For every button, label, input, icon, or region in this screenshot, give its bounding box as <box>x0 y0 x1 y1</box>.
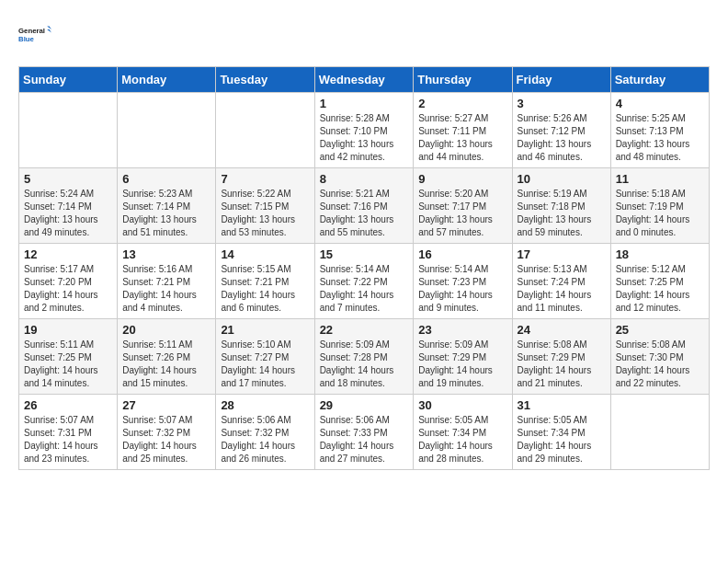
day-number: 7 <box>221 172 309 186</box>
calendar-table: SundayMondayTuesdayWednesdayThursdayFrid… <box>18 66 710 470</box>
calendar-cell: 6Sunrise: 5:23 AM Sunset: 7:14 PM Daylig… <box>118 168 216 244</box>
day-info: Sunrise: 5:16 AM Sunset: 7:21 PM Dayligh… <box>122 263 210 315</box>
day-number: 26 <box>24 398 112 412</box>
day-info: Sunrise: 5:23 AM Sunset: 7:14 PM Dayligh… <box>122 188 210 239</box>
day-info: Sunrise: 5:11 AM Sunset: 7:25 PM Dayligh… <box>24 339 112 390</box>
calendar-cell: 29Sunrise: 5:06 AM Sunset: 7:33 PM Dayli… <box>314 395 414 470</box>
day-number: 8 <box>320 172 409 186</box>
day-number: 5 <box>24 172 112 186</box>
day-number: 3 <box>518 97 606 110</box>
calendar-cell: 25Sunrise: 5:08 AM Sunset: 7:30 PM Dayli… <box>610 319 709 395</box>
weekday-header-friday: Friday <box>512 67 610 93</box>
calendar-cell: 4Sunrise: 5:25 AM Sunset: 7:13 PM Daylig… <box>610 93 709 168</box>
day-number: 21 <box>221 323 309 337</box>
day-number: 12 <box>24 247 112 261</box>
calendar-cell: 22Sunrise: 5:09 AM Sunset: 7:28 PM Dayli… <box>314 319 414 395</box>
day-number: 10 <box>518 172 606 186</box>
day-number: 28 <box>221 398 309 412</box>
day-info: Sunrise: 5:22 AM Sunset: 7:15 PM Dayligh… <box>221 188 309 239</box>
day-info: Sunrise: 5:17 AM Sunset: 7:20 PM Dayligh… <box>24 263 112 315</box>
calendar-cell: 7Sunrise: 5:22 AM Sunset: 7:15 PM Daylig… <box>216 168 314 244</box>
calendar-cell: 3Sunrise: 5:26 AM Sunset: 7:12 PM Daylig… <box>512 93 610 168</box>
day-number: 9 <box>418 172 506 186</box>
calendar-week-2: 5Sunrise: 5:24 AM Sunset: 7:14 PM Daylig… <box>19 168 710 244</box>
calendar-cell: 10Sunrise: 5:19 AM Sunset: 7:18 PM Dayli… <box>512 168 610 244</box>
calendar-cell <box>216 93 314 168</box>
day-info: Sunrise: 5:11 AM Sunset: 7:26 PM Dayligh… <box>122 339 210 390</box>
day-info: Sunrise: 5:24 AM Sunset: 7:14 PM Dayligh… <box>24 188 112 239</box>
calendar-cell: 23Sunrise: 5:09 AM Sunset: 7:29 PM Dayli… <box>414 319 512 395</box>
day-info: Sunrise: 5:09 AM Sunset: 7:29 PM Dayligh… <box>418 339 506 390</box>
weekday-header-wednesday: Wednesday <box>314 67 414 93</box>
day-number: 4 <box>616 97 704 110</box>
weekday-header-thursday: Thursday <box>414 67 512 93</box>
day-number: 29 <box>320 398 409 412</box>
calendar-cell: 30Sunrise: 5:05 AM Sunset: 7:34 PM Dayli… <box>414 395 512 470</box>
day-number: 16 <box>418 247 506 261</box>
calendar-cell: 9Sunrise: 5:20 AM Sunset: 7:17 PM Daylig… <box>414 168 512 244</box>
calendar-cell <box>118 93 216 168</box>
day-info: Sunrise: 5:25 AM Sunset: 7:13 PM Dayligh… <box>616 112 704 164</box>
day-info: Sunrise: 5:19 AM Sunset: 7:18 PM Dayligh… <box>518 188 606 239</box>
day-number: 15 <box>320 247 409 261</box>
day-info: Sunrise: 5:18 AM Sunset: 7:19 PM Dayligh… <box>616 188 704 239</box>
day-number: 19 <box>24 323 112 337</box>
day-number: 13 <box>122 247 210 261</box>
day-info: Sunrise: 5:12 AM Sunset: 7:25 PM Dayligh… <box>616 263 704 315</box>
calendar-cell: 28Sunrise: 5:06 AM Sunset: 7:32 PM Dayli… <box>216 395 314 470</box>
day-number: 17 <box>518 247 606 261</box>
calendar-cell: 20Sunrise: 5:11 AM Sunset: 7:26 PM Dayli… <box>118 319 216 395</box>
svg-marker-2 <box>47 26 51 29</box>
day-info: Sunrise: 5:21 AM Sunset: 7:16 PM Dayligh… <box>320 188 409 239</box>
day-number: 6 <box>122 172 210 186</box>
day-number: 31 <box>518 398 606 412</box>
day-info: Sunrise: 5:07 AM Sunset: 7:31 PM Dayligh… <box>24 414 112 465</box>
day-info: Sunrise: 5:06 AM Sunset: 7:32 PM Dayligh… <box>221 414 309 465</box>
day-number: 22 <box>320 323 409 337</box>
logo-svg: General Blue <box>18 18 51 52</box>
day-number: 27 <box>122 398 210 412</box>
calendar-cell: 5Sunrise: 5:24 AM Sunset: 7:14 PM Daylig… <box>19 168 118 244</box>
logo: General Blue <box>18 18 51 52</box>
day-number: 1 <box>320 97 409 110</box>
day-number: 23 <box>418 323 506 337</box>
calendar-cell: 26Sunrise: 5:07 AM Sunset: 7:31 PM Dayli… <box>19 395 118 470</box>
day-number: 14 <box>221 247 309 261</box>
day-info: Sunrise: 5:15 AM Sunset: 7:21 PM Dayligh… <box>221 263 309 315</box>
day-number: 30 <box>418 398 506 412</box>
weekday-header-tuesday: Tuesday <box>216 67 314 93</box>
day-number: 24 <box>518 323 606 337</box>
calendar-cell: 1Sunrise: 5:28 AM Sunset: 7:10 PM Daylig… <box>314 93 414 168</box>
calendar-cell: 2Sunrise: 5:27 AM Sunset: 7:11 PM Daylig… <box>414 93 512 168</box>
calendar-cell: 13Sunrise: 5:16 AM Sunset: 7:21 PM Dayli… <box>118 244 216 319</box>
day-number: 11 <box>616 172 704 186</box>
day-info: Sunrise: 5:05 AM Sunset: 7:34 PM Dayligh… <box>418 414 506 465</box>
day-info: Sunrise: 5:10 AM Sunset: 7:27 PM Dayligh… <box>221 339 309 390</box>
calendar-cell: 31Sunrise: 5:05 AM Sunset: 7:34 PM Dayli… <box>512 395 610 470</box>
calendar-cell: 18Sunrise: 5:12 AM Sunset: 7:25 PM Dayli… <box>610 244 709 319</box>
day-info: Sunrise: 5:07 AM Sunset: 7:32 PM Dayligh… <box>122 414 210 465</box>
day-info: Sunrise: 5:14 AM Sunset: 7:22 PM Dayligh… <box>320 263 409 315</box>
day-info: Sunrise: 5:13 AM Sunset: 7:24 PM Dayligh… <box>518 263 606 315</box>
day-number: 2 <box>418 97 506 110</box>
calendar-week-5: 26Sunrise: 5:07 AM Sunset: 7:31 PM Dayli… <box>19 395 710 470</box>
day-info: Sunrise: 5:20 AM Sunset: 7:17 PM Dayligh… <box>418 188 506 239</box>
svg-text:General: General <box>18 27 45 35</box>
calendar-cell <box>19 93 118 168</box>
svg-text:Blue: Blue <box>18 35 35 43</box>
day-number: 25 <box>616 323 704 337</box>
calendar-cell: 8Sunrise: 5:21 AM Sunset: 7:16 PM Daylig… <box>314 168 414 244</box>
weekday-header-sunday: Sunday <box>19 67 118 93</box>
calendar-cell: 17Sunrise: 5:13 AM Sunset: 7:24 PM Dayli… <box>512 244 610 319</box>
calendar-week-1: 1Sunrise: 5:28 AM Sunset: 7:10 PM Daylig… <box>19 93 710 168</box>
weekday-header-row: SundayMondayTuesdayWednesdayThursdayFrid… <box>19 67 710 93</box>
calendar-cell: 21Sunrise: 5:10 AM Sunset: 7:27 PM Dayli… <box>216 319 314 395</box>
day-info: Sunrise: 5:14 AM Sunset: 7:23 PM Dayligh… <box>418 263 506 315</box>
calendar-cell: 24Sunrise: 5:08 AM Sunset: 7:29 PM Dayli… <box>512 319 610 395</box>
calendar-cell: 12Sunrise: 5:17 AM Sunset: 7:20 PM Dayli… <box>19 244 118 319</box>
calendar-week-3: 12Sunrise: 5:17 AM Sunset: 7:20 PM Dayli… <box>19 244 710 319</box>
calendar-cell <box>610 395 709 470</box>
weekday-header-saturday: Saturday <box>610 67 709 93</box>
day-info: Sunrise: 5:28 AM Sunset: 7:10 PM Dayligh… <box>320 112 409 164</box>
calendar-cell: 16Sunrise: 5:14 AM Sunset: 7:23 PM Dayli… <box>414 244 512 319</box>
